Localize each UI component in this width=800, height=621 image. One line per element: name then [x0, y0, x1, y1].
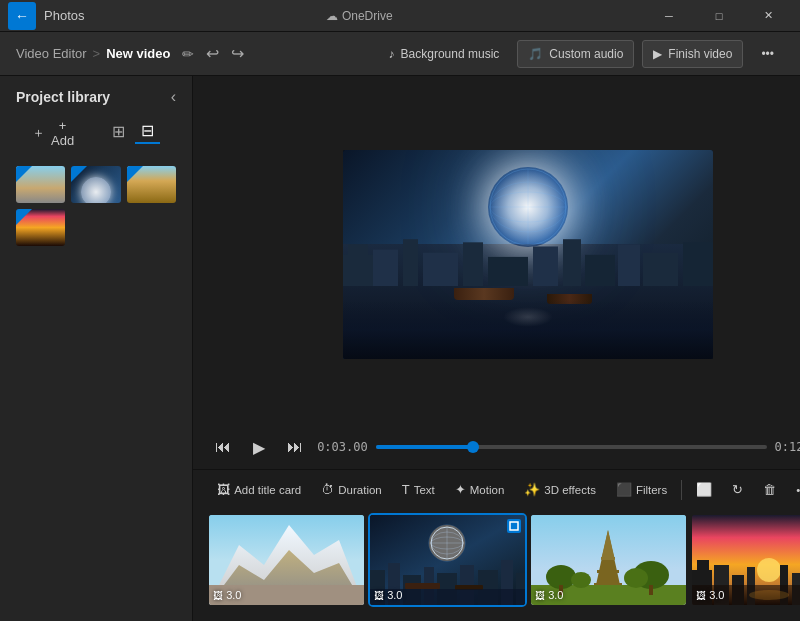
filters-icon: ⬛ — [616, 482, 632, 497]
svg-point-30 — [429, 525, 465, 561]
svg-rect-13 — [563, 239, 581, 286]
fast-forward-button[interactable]: ⏭ — [281, 433, 309, 461]
svg-rect-40 — [405, 583, 440, 589]
svg-rect-15 — [618, 244, 640, 286]
trash-icon: 🗑 — [763, 482, 776, 497]
library-item[interactable] — [127, 166, 176, 203]
custom-audio-button[interactable]: 🎵 Custom audio — [517, 40, 634, 68]
sidebar-title: Project library — [16, 89, 110, 105]
breadcrumb-current: New video — [106, 46, 170, 61]
crop-icon: ⬜ — [696, 482, 712, 497]
svg-rect-49 — [601, 557, 615, 559]
breadcrumb: Video Editor > New video — [16, 46, 170, 61]
close-button[interactable]: ✕ — [746, 0, 792, 32]
collapse-sidebar-button[interactable]: ‹ — [171, 88, 176, 106]
progress-bar[interactable] — [376, 445, 767, 449]
storyboard-toolbar: 🖼 Add title card ⏱ Duration T Text ✦ Mot… — [193, 469, 800, 507]
motion-icon: ✦ — [455, 482, 466, 497]
clock-icon: ⏱ — [321, 482, 334, 497]
grid-view-button-2[interactable]: ⊟ — [135, 119, 160, 144]
svg-point-58 — [757, 558, 781, 582]
3d-effects-button[interactable]: ✨ 3D effects — [516, 478, 604, 501]
image-icon: 🖼 — [696, 590, 706, 601]
project-library-panel: Project library ‹ ＋ + Add ⊞ ⊟ — [0, 76, 193, 621]
onedrive-label: ☁ OneDrive — [326, 9, 393, 23]
crop-button[interactable]: ⬜ — [688, 478, 720, 501]
image-icon: 🖼 — [213, 590, 223, 601]
rewind-button[interactable]: ⏮ — [209, 433, 237, 461]
rotate-icon: ↻ — [732, 482, 743, 497]
svg-rect-54 — [649, 585, 653, 595]
title-bar: ← Photos ☁ OneDrive ─ □ ✕ — [0, 0, 800, 32]
library-grid — [0, 166, 192, 262]
right-panel: ⏮ ▶ ⏭ 0:03.00 0:12.00 ⛶ 🖼 Add title card… — [193, 76, 800, 621]
add-title-card-button[interactable]: 🖼 Add title card — [209, 478, 309, 501]
edit-title-icon[interactable]: ✏ — [182, 46, 194, 62]
playback-controls: ⏮ ▶ ⏭ 0:03.00 0:12.00 ⛶ — [193, 425, 800, 469]
back-button[interactable]: ← — [8, 2, 36, 30]
storyboard-timeline: 🖼 3.0 — [193, 507, 800, 621]
background-music-button[interactable]: ♪ Background music — [379, 41, 510, 67]
svg-rect-6 — [348, 244, 368, 286]
current-time: 0:03.00 — [317, 440, 368, 454]
svg-rect-7 — [373, 249, 398, 285]
svg-rect-10 — [463, 242, 483, 286]
maximize-button[interactable]: □ — [696, 0, 742, 32]
svg-rect-14 — [585, 255, 615, 286]
svg-point-70 — [749, 590, 789, 600]
breadcrumb-separator: > — [93, 46, 101, 61]
plus-icon: ＋ — [32, 124, 45, 142]
effects-icon: ✨ — [524, 482, 540, 497]
rotate-button[interactable]: ↻ — [724, 478, 751, 501]
svg-rect-17 — [683, 242, 713, 286]
main-content: Project library ‹ ＋ + Add ⊞ ⊟ — [0, 76, 800, 621]
storyboard-duration: 3.0 — [226, 589, 241, 601]
svg-rect-48 — [597, 570, 619, 573]
image-icon: 🖼 — [535, 590, 545, 601]
motion-button[interactable]: ✦ Motion — [447, 478, 513, 501]
storyboard-more-button[interactable]: ••• — [788, 480, 800, 500]
minimize-button[interactable]: ─ — [646, 0, 692, 32]
play-pause-button[interactable]: ▶ — [245, 433, 273, 461]
storyboard-duration: 3.0 — [709, 589, 724, 601]
breadcrumb-parent: Video Editor — [16, 46, 87, 61]
storyboard-item[interactable]: 🖼 3.0 — [692, 515, 800, 605]
video-frame — [343, 150, 713, 358]
redo-button[interactable]: ↪ — [227, 42, 248, 65]
svg-rect-9 — [423, 252, 458, 285]
toolbar-separator — [681, 480, 682, 500]
audio-icon: 🎵 — [528, 47, 543, 61]
library-item[interactable] — [71, 166, 120, 203]
title-card-icon: 🖼 — [217, 482, 230, 497]
storyboard-duration: 3.0 — [548, 589, 563, 601]
storyboard-item[interactable]: 🖼 3.0 — [531, 515, 686, 605]
svg-rect-43 — [510, 522, 518, 530]
svg-rect-8 — [403, 239, 418, 286]
svg-rect-11 — [488, 257, 528, 286]
total-time: 0:12.00 — [775, 440, 800, 454]
music-icon: ♪ — [389, 47, 395, 61]
svg-rect-12 — [533, 246, 558, 286]
image-icon: 🖼 — [374, 590, 384, 601]
toolbar: Video Editor > New video ✏ ↩ ↪ ♪ Backgro… — [0, 32, 800, 76]
filters-button[interactable]: ⬛ Filters — [608, 478, 675, 501]
storyboard-duration: 3.0 — [387, 589, 402, 601]
storyboard-item[interactable]: 🖼 3.0 — [370, 515, 525, 605]
delete-button[interactable]: 🗑 — [755, 478, 784, 501]
storyboard-item[interactable]: 🖼 3.0 — [209, 515, 364, 605]
add-media-button[interactable]: ＋ + Add — [16, 114, 90, 156]
finish-video-button[interactable]: ▶ Finish video — [642, 40, 743, 68]
finish-icon: ▶ — [653, 47, 662, 61]
undo-button[interactable]: ↩ — [202, 42, 223, 65]
text-icon: T — [402, 482, 410, 497]
svg-point-56 — [624, 568, 648, 588]
video-preview-area — [193, 76, 800, 425]
duration-button[interactable]: ⏱ Duration — [313, 478, 389, 501]
svg-point-55 — [571, 572, 591, 588]
toolbar-more-button[interactable]: ••• — [751, 41, 784, 67]
text-button[interactable]: T Text — [394, 478, 443, 501]
app-title: Photos — [44, 8, 84, 23]
grid-view-button-1[interactable]: ⊞ — [106, 119, 131, 144]
library-item[interactable] — [16, 166, 65, 203]
library-item[interactable] — [16, 209, 65, 246]
